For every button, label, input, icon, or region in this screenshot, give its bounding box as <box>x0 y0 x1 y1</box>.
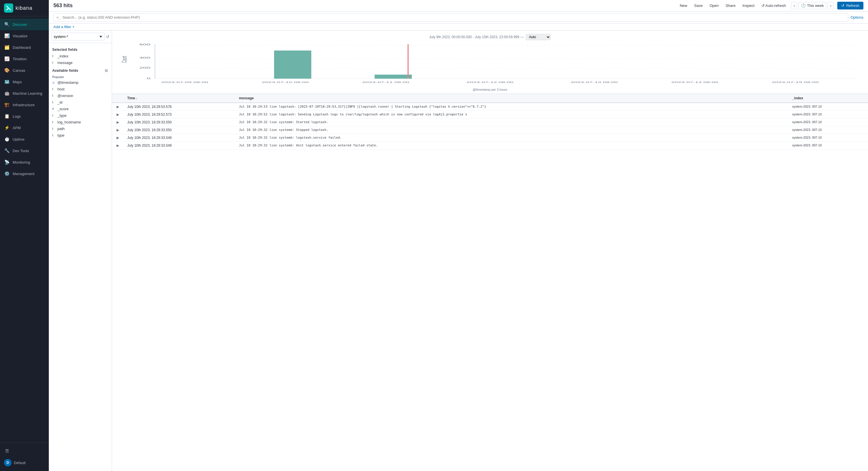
field-item-host[interactable]: t host <box>49 86 112 92</box>
svg-text:Count: Count <box>121 56 128 63</box>
cell-message: Jul 10 18:29:32 lion systemd: Stopped lo… <box>236 126 789 134</box>
hits-count: 563 hits <box>53 3 73 9</box>
sidebar-item-uptime[interactable]: ⏱️ Uptime <box>0 133 49 145</box>
search-input[interactable] <box>62 15 845 20</box>
svg-text:200: 200 <box>139 66 151 69</box>
field-item-path[interactable]: t path <box>49 125 112 132</box>
chart-time-range: July 9th 2023, 00:00:00.000 - July 15th … <box>429 35 524 39</box>
save-button[interactable]: Save <box>692 2 705 9</box>
ml-icon: 🤖 <box>4 90 10 96</box>
expand-button[interactable]: ▶ <box>116 105 120 109</box>
expand-button[interactable]: ▶ <box>116 144 120 148</box>
sidebar-item-label: Logs <box>12 114 21 119</box>
sidebar-item-infrastructure[interactable]: 🏗️ Infrastructure <box>0 99 49 111</box>
auto-refresh-button[interactable]: ↺ Auto-refresh <box>760 2 787 9</box>
add-filter-button[interactable]: Add a filter + <box>53 25 74 29</box>
th-index: _index <box>789 94 868 103</box>
cell-index: system-2023. 007.10 <box>789 142 868 150</box>
next-time-button[interactable]: › <box>828 2 834 9</box>
kibana-icon <box>4 3 13 12</box>
field-type-badge: t <box>52 121 56 124</box>
user-label: Default <box>14 461 26 465</box>
field-item-log-hostname[interactable]: t log_hostname <box>49 119 112 125</box>
sidebar-item-canvas[interactable]: 🎨 Canvas <box>0 65 49 76</box>
field-type-badge: t <box>52 61 56 64</box>
field-item-message[interactable]: t message <box>49 59 112 66</box>
field-type-badge: t <box>52 88 56 91</box>
table-row: ▶ July 10th 2023, 18:29:33.550 Jul 10 18… <box>112 119 868 126</box>
user-menu[interactable]: D Default <box>0 457 49 469</box>
field-name: type <box>57 133 65 137</box>
sidebar-item-maps[interactable]: 🗺️ Maps <box>0 76 49 88</box>
sidebar-item-label: Discover <box>12 22 27 27</box>
field-item-type2[interactable]: t type <box>49 132 112 138</box>
field-item-score[interactable]: # _score <box>49 106 112 112</box>
expand-button[interactable]: ▶ <box>116 120 120 124</box>
sidebar-logo[interactable]: kibana <box>0 0 49 17</box>
inspect-button[interactable]: Inspect <box>741 2 756 9</box>
sidebar-item-label: Visualize <box>12 34 28 38</box>
compass-icon: 🔍 <box>4 22 10 27</box>
svg-text:2023-07-11 08:00: 2023-07-11 08:00 <box>362 81 409 84</box>
sidebar-item-dashboard[interactable]: 🗂️ Dashboard <box>0 42 49 53</box>
field-name: @version <box>57 94 73 98</box>
search-input-wrap[interactable]: >_ <box>53 13 848 22</box>
sidebar-item-timelion[interactable]: 📈 Timelion <box>0 53 49 65</box>
expand-button[interactable]: ▶ <box>116 128 120 132</box>
cell-message: Jul 10 18:29:32 lion systemd: Started lo… <box>236 119 789 126</box>
fields-settings-button[interactable]: ⚙ <box>104 68 108 73</box>
expand-button[interactable]: ▶ <box>116 136 120 140</box>
sidebar-item-apm[interactable]: ⚡ APM <box>0 122 49 133</box>
refresh-icon: ↺ <box>841 3 844 8</box>
field-item-timestamp[interactable]: @ @timestamp <box>49 79 112 86</box>
sidebar-item-monitoring[interactable]: 📡 Monitoring <box>0 156 49 168</box>
svg-text:600: 600 <box>139 43 151 46</box>
collapse-button[interactable]: ☰ <box>0 445 49 457</box>
chart-interval-select[interactable]: Auto 1 minute 5 minutes 1 hour 1 day <box>526 34 551 40</box>
sidebar-item-dev-tools[interactable]: 🔧 Dev Tools <box>0 145 49 156</box>
sidebar-item-logs[interactable]: 📋 Logs <box>0 111 49 122</box>
management-icon: ⚙️ <box>4 171 10 177</box>
th-time[interactable]: Time <box>124 94 236 103</box>
right-panel: July 9th 2023, 00:00:00.000 - July 15th … <box>112 30 868 471</box>
field-item-id[interactable]: t _id <box>49 99 112 106</box>
dev-tools-icon: 🔧 <box>4 148 10 154</box>
index-refresh-button[interactable]: ↺ <box>106 34 110 39</box>
sidebar-item-discover[interactable]: 🔍 Discover <box>0 19 49 30</box>
clock-icon: 🕐 <box>801 3 806 8</box>
sidebar: kibana 🔍 Discover 📊 Visualize 🗂️ Dashboa… <box>0 0 49 471</box>
sidebar-item-label: Canvas <box>12 68 25 73</box>
sidebar-item-label: Machine Learning <box>12 91 42 96</box>
sidebar-footer: ☰ D Default <box>0 443 49 471</box>
table-container: Time message _index ▶ July 10th 2023, 18… <box>112 94 868 471</box>
time-range-badge[interactable]: 🕐 This week <box>799 2 826 9</box>
field-type-badge: t <box>52 114 56 117</box>
field-item-version[interactable]: t @version <box>49 92 112 99</box>
expand-cell: ▶ <box>112 142 124 150</box>
field-type-badge: @ <box>52 81 56 84</box>
field-type-badge: t <box>52 94 56 97</box>
new-button[interactable]: New <box>678 2 689 9</box>
apm-icon: ⚡ <box>4 125 10 131</box>
sidebar-item-management[interactable]: ⚙️ Management <box>0 168 49 179</box>
sidebar-item-visualize[interactable]: 📊 Visualize <box>0 30 49 42</box>
share-button[interactable]: Share <box>724 2 737 9</box>
prev-time-button[interactable]: ‹ <box>791 2 797 9</box>
open-button[interactable]: Open <box>708 2 720 9</box>
results-table: Time message _index ▶ July 10th 2023, 18… <box>112 94 868 150</box>
expand-button[interactable]: ▶ <box>116 113 120 117</box>
options-button[interactable]: Options <box>850 15 863 20</box>
popular-label: Popular <box>49 74 112 79</box>
index-select[interactable]: system-* logstash-* .kibana <box>51 33 105 40</box>
chart-header: July 9th 2023, 00:00:00.000 - July 15th … <box>118 34 862 40</box>
field-item-index[interactable]: t _index <box>49 53 112 59</box>
field-item-type[interactable]: t _type <box>49 112 112 119</box>
sidebar-item-machine-learning[interactable]: 🤖 Machine Learning <box>0 88 49 99</box>
cell-message: Jul 10 18:29:52 lion logstash: Sending L… <box>236 111 789 119</box>
cell-message: Jul 10 18:29:53 lion logstash: [2023-07-… <box>236 103 789 111</box>
refresh-button[interactable]: ↺ Refresh <box>837 2 863 9</box>
cell-time: July 10th 2023, 18:29:33.549 <box>124 134 236 142</box>
chart-container: July 9th 2023, 00:00:00.000 - July 15th … <box>112 30 868 94</box>
expand-cell: ▶ <box>112 111 124 119</box>
cell-index: system-2023. 007.10 <box>789 126 868 134</box>
